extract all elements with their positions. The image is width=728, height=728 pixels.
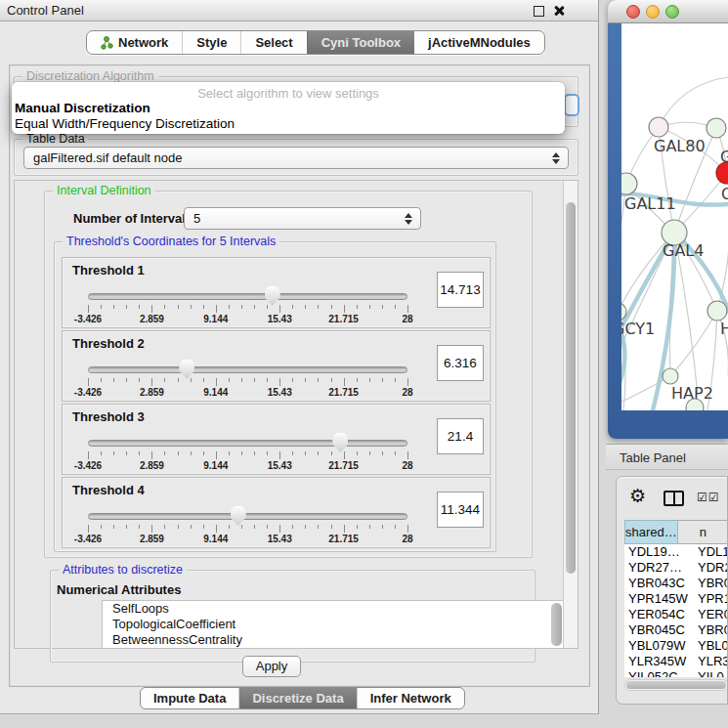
cell-name[interactable]: YER0 [695,607,728,622]
threshold-1-slider[interactable]: -3.4262.8599.14415.4321.71528 [88,289,407,326]
attributes-list-scrollbar[interactable] [551,603,562,646]
table-row[interactable]: YDL19…YDL1 [624,544,728,560]
cyni-bottom-tabbar: Impute Data Discretize Data Infer Networ… [140,687,465,709]
cell-name[interactable]: YBR0 [695,576,728,591]
column-header-shared-name[interactable]: shared… [624,520,678,544]
cell-name[interactable]: YBL0 [695,638,728,654]
dropdown-item-manual-discretization[interactable]: Manual Discretization [15,101,150,115]
apply-button[interactable]: Apply [242,656,301,677]
settings-vertical-scrollbar[interactable] [563,181,578,648]
cell-name[interactable]: YDL1 [695,544,728,560]
table-row[interactable]: YLR345WYLR3 [624,654,728,669]
cell-shared-name[interactable]: YLR345W [624,654,695,669]
cell-shared-name[interactable]: YPR145W [624,591,695,607]
tab-style[interactable]: Style [182,31,240,54]
table-data-combobox[interactable]: galFiltered.sif default node [23,147,569,169]
table-row[interactable]: YBR045CYBR0 [624,622,728,638]
tab-jactivemnodules[interactable]: jActiveMNodules [414,31,544,54]
slider-track[interactable] [88,293,407,300]
table-panel-titlebar: Table Panel [606,444,728,470]
network-node[interactable] [707,301,727,321]
slider-thumb[interactable] [332,433,348,452]
table-row[interactable]: YPR145WYPR1 [624,591,728,607]
network-node[interactable] [621,173,637,194]
table-data-selected-value: galFiltered.sif default node [33,150,182,165]
tab-impute-data[interactable]: Impute Data [141,688,238,708]
table-row[interactable]: YBL079WYBL0 [624,638,728,654]
column-header-name[interactable]: n [678,520,728,544]
tab-cyni-toolbox[interactable]: Cyni Toolbox [307,31,414,54]
close-traffic-light-icon[interactable] [626,5,640,19]
cell-shared-name[interactable]: YER054C [624,607,695,622]
slider-tick-labels: -3.4262.8599.14415.4321.71528 [88,387,407,399]
network-node[interactable] [707,118,726,138]
cell-name[interactable]: YIL0 [695,669,728,677]
gear-icon[interactable]: ⚙ [629,487,646,505]
minimize-traffic-light-icon[interactable] [646,5,660,19]
tab-discretize-data[interactable]: Discretize Data [238,688,356,708]
split-columns-icon[interactable] [664,491,684,506]
threshold-3-slider[interactable]: -3.4262.8599.14415.4321.71528 [88,436,407,473]
table-panel-title: Table Panel [620,450,686,465]
threshold-value-field[interactable]: 21.4 [437,418,484,454]
threshold-2-slider[interactable]: -3.4262.8599.14415.4321.71528 [88,363,407,400]
table-row[interactable]: YIL052CYIL0 [624,669,728,677]
cell-name[interactable]: YLR3 [695,654,728,669]
tab-select[interactable]: Select [240,31,306,54]
threshold-label: Threshold 1 [72,263,145,278]
attribute-list-item[interactable]: BetweennessCentrality [103,632,564,648]
network-canvas[interactable]: GAL80GAGAL11CGAL4GCY1HHAP2 [621,23,728,410]
cell-shared-name[interactable]: YBL079W [624,638,695,654]
tab-label: jActiveMNodules [428,35,531,50]
threshold-value-field[interactable]: 14.713 [437,272,484,308]
tab-infer-network[interactable]: Infer Network [357,688,464,708]
zoom-traffic-light-icon[interactable] [665,5,679,19]
checkbox-columns-icon[interactable]: ☑☑ [697,491,720,504]
number-of-intervals-combobox[interactable]: 5 [184,207,421,230]
cell-shared-name[interactable]: YBR043C [624,576,695,591]
network-view-window[interactable]: GAL80GAGAL11CGAL4GCY1HHAP2 [608,0,728,439]
threshold-value-field[interactable]: 11.344 [437,492,484,528]
scrollbar-thumb[interactable] [566,202,576,574]
attribute-list-item[interactable]: TopologicalCoefficient [103,617,564,632]
threshold-value-field[interactable]: 6.316 [437,345,484,381]
slider-track[interactable] [88,513,407,520]
numerical-attributes-list[interactable]: SelfLoopsTopologicalCoefficientBetweenne… [102,600,565,649]
table-row[interactable]: YER054CYER0 [624,607,728,622]
cell-name[interactable]: YDR2 [695,560,728,576]
threshold-4-slider[interactable]: -3.4262.8599.14415.4321.71528 [88,509,407,546]
network-node[interactable] [663,368,678,384]
tab-network[interactable]: Network [87,31,182,54]
cell-shared-name[interactable]: YDR27… [624,560,695,576]
cell-name[interactable]: YBR0 [695,622,728,638]
slider-thumb[interactable] [179,360,194,379]
table-row[interactable]: YDR27…YDR2 [624,560,728,576]
slider-ticks [88,451,407,459]
cell-shared-name[interactable]: YIL052C [624,669,695,677]
network-node[interactable] [649,117,668,137]
algorithm-combobox-focus-ring[interactable] [564,94,579,116]
control-panel-tabbar: Network Style Select Cyni Toolbox jActiv… [86,30,545,55]
threshold-1-panel: Threshold 1 -3.4262.8599.14415.4321.7152… [62,257,491,328]
tab-label: Impute Data [153,691,226,706]
attributes-group: Attributes to discretize Numerical Attri… [50,570,535,663]
cell-name[interactable]: YPR1 [695,591,728,607]
cell-shared-name[interactable]: YDL19… [624,544,695,560]
table-body: YDL19…YDL1YDR27…YDR2YBR043CYBR0YPR145WYP… [624,544,728,677]
float-window-icon[interactable] [534,6,544,17]
number-of-intervals-label: Number of Intervals [73,211,193,226]
scrollbar-thumb[interactable] [626,681,726,689]
table-row[interactable]: YBR043CYBR0 [624,576,728,591]
slider-track[interactable] [88,440,407,447]
slider-ticks [88,525,407,533]
slider-thumb[interactable] [231,506,246,526]
close-icon[interactable] [553,5,565,17]
slider-track[interactable] [88,366,407,373]
slider-thumb[interactable] [265,286,280,306]
attribute-list-item[interactable]: SelfLoops [103,601,564,617]
dropdown-item-equal-width-frequency[interactable]: Equal Width/Frequency Discretization [15,116,235,131]
node-attribute-table: shared… n YDL19…YDL1YDR27…YDR2YBR043CYBR… [624,520,728,677]
stepper-arrows-icon [552,151,561,165]
cell-shared-name[interactable]: YBR045C [624,622,695,638]
table-horizontal-scrollbar[interactable] [624,679,728,691]
